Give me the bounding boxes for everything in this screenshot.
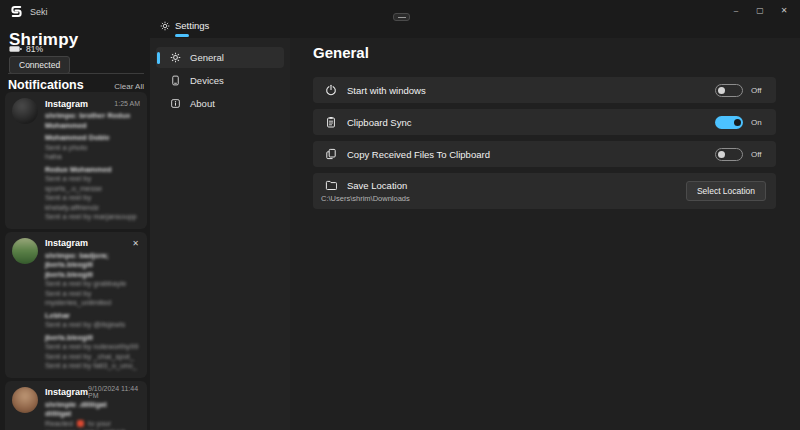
folder-icon [325, 179, 337, 191]
nav-item-label: General [190, 52, 224, 63]
notification-message-line: Sent a reel by @itsjewls [45, 320, 140, 330]
close-button[interactable]: ✕ [772, 1, 796, 19]
notification-card[interactable]: Instagram9/10/2024 11:44 PMshrimple .dil… [5, 381, 147, 430]
nav-item-label: About [190, 98, 215, 109]
reaction-emoji-icon [77, 420, 84, 427]
setting-label-group: Save LocationC:\Users\shrim\Downloads [321, 179, 686, 203]
toggle-copy-received-files[interactable] [715, 148, 743, 161]
notification-sender-line: Mohammed Doble [45, 133, 140, 143]
notification-sender-line: shrimpo: badjora; jberls.bleegill [45, 251, 140, 270]
notification-sender-line: dilliigat [45, 409, 140, 419]
notification-body: Instagram✕shrimpo: badjora; jberls.bleeg… [45, 238, 140, 371]
notification-message-line: Sent a reel by noteworthy99 [45, 342, 140, 352]
notification-list: Instagram1:25 AMshrimpo: brother Redux M… [5, 92, 147, 430]
notification-avatar [12, 238, 38, 264]
toggle-control: On [715, 116, 764, 129]
notification-top-row: Instagram✕shrimpo: badjora; jberls.bleeg… [12, 238, 140, 371]
notification-message-line: Sent a photo [45, 143, 140, 153]
setting-label: Start with windows [347, 85, 715, 96]
sidebar-item-about[interactable]: About [156, 93, 284, 114]
toggle-thumb [734, 119, 741, 126]
sidebar-item-devices[interactable]: Devices [156, 70, 284, 91]
tab-settings[interactable]: Settings [160, 20, 209, 31]
notification-sender-line: shrimple .dilliigat [45, 400, 140, 410]
notification-sender-line: shrimpo: brother Redux Mohammed [45, 111, 140, 130]
app-title: Seki [30, 7, 48, 17]
window-controls: – ▢ ✕ [724, 1, 796, 19]
toggle-control: Off [715, 84, 764, 97]
settings-nav-list: GeneralDevicesAbout [150, 38, 290, 125]
notification-sender-line: jberls.bleegill [45, 270, 140, 280]
notification-app-name: Instagram [45, 387, 88, 397]
notification-top-row: Instagram9/10/2024 11:44 PMshrimple .dil… [12, 387, 140, 430]
notification-message-line: Sent a reel by grabbayle [45, 279, 140, 289]
toggle-start-with-windows[interactable] [715, 84, 743, 97]
notification-message-line: Sent a reel by khelafy.affriendz [45, 193, 140, 212]
setting-row-save-location: Save LocationC:\Users\shrim\DownloadsSel… [313, 173, 776, 209]
setting-row-start-with-windows: Start with windowsOff [313, 77, 776, 103]
setting-label: Save Location [347, 180, 686, 191]
notification-header-row: Instagram1:25 AM [45, 98, 140, 109]
notification-timestamp: 9/10/2024 11:44 PM [88, 385, 140, 399]
minimize-button[interactable]: – [724, 1, 748, 19]
smartphone-icon [170, 75, 181, 86]
notification-sender-line: jberls.bleegill [45, 333, 140, 343]
notification-avatar [12, 98, 38, 124]
notification-sender-line: Redux Mohammed [45, 165, 140, 175]
notification-message-line: Sent a reel by marjansoupp [45, 212, 140, 222]
tab-active-indicator [175, 34, 189, 37]
setting-row-copy-received-files: Copy Received Files To ClipboardOff [313, 141, 776, 167]
battery-icon [9, 44, 22, 54]
battery-percent: 81% [26, 44, 43, 54]
notification-top-row: Instagram1:25 AMshrimpo: brother Redux M… [12, 98, 140, 222]
notification-avatar [12, 387, 38, 413]
battery-status: 81% [9, 44, 43, 54]
clear-all-button[interactable]: Clear All [114, 82, 144, 91]
app-identity: Seki [10, 5, 48, 18]
notification-sender-line: Lebhar [45, 311, 140, 321]
clipboard-icon [325, 116, 337, 128]
setting-label-row: Save Location [325, 179, 686, 191]
toggle-thumb [718, 151, 725, 158]
notifications-header: Notifications Clear All [8, 78, 144, 92]
toggle-state-label: Off [751, 86, 764, 95]
notification-card[interactable]: Instagram✕shrimpo: badjora; jberls.bleeg… [5, 232, 147, 378]
notification-app-name: Instagram [45, 99, 88, 109]
notification-close-icon[interactable]: ✕ [131, 239, 140, 248]
select-location-button[interactable]: Select Location [686, 181, 766, 201]
notification-header-row: Instagram9/10/2024 11:44 PM [45, 387, 140, 398]
notification-header-row: Instagram✕ [45, 238, 140, 249]
toggle-state-label: Off [751, 150, 764, 159]
connection-status-chip[interactable]: Connected [9, 56, 70, 74]
app-logo-icon [10, 5, 23, 18]
notification-body: Instagram1:25 AMshrimpo: brother Redux M… [45, 98, 140, 222]
toggle-clipboard-sync[interactable] [715, 116, 743, 129]
notification-timestamp: 1:25 AM [114, 100, 140, 107]
sidebar-divider [8, 73, 144, 74]
power-icon [325, 84, 337, 96]
notification-message-line: Sent a reel by sports_.o_messe [45, 174, 140, 193]
drag-pill-dash [398, 17, 406, 18]
info-icon [170, 98, 181, 109]
gear-icon [170, 52, 181, 63]
nav-item-label: Devices [190, 75, 224, 86]
gear-icon [160, 21, 170, 31]
copy-icon [325, 148, 337, 160]
notification-app-name: Instagram [45, 238, 88, 248]
toggle-control: Off [715, 148, 764, 161]
settings-nav-panel: GeneralDevicesAbout [150, 38, 290, 430]
save-location-path: C:\Users\shrim\Downloads [321, 194, 686, 203]
notification-body: Instagram9/10/2024 11:44 PMshrimple .dil… [45, 387, 140, 430]
settings-rows: Start with windowsOffClipboard SyncOnCop… [313, 77, 776, 215]
notification-message-line: Sent a reel by _chai_spot_ [45, 352, 140, 362]
sidebar-item-general[interactable]: General [156, 47, 284, 68]
notifications-title: Notifications [8, 78, 84, 92]
notification-message-line: Reacted to your message: I WILL WRAP YOU… [45, 419, 140, 430]
notification-message-line: haha [45, 152, 140, 162]
maximize-button[interactable]: ▢ [748, 1, 772, 19]
toggle-state-label: On [751, 118, 764, 127]
window-drag-pill[interactable] [393, 13, 410, 21]
setting-label: Clipboard Sync [347, 117, 715, 128]
notification-card[interactable]: Instagram1:25 AMshrimpo: brother Redux M… [5, 92, 147, 229]
device-sidebar: Shrimpy 81% Connected Notifications Clea… [0, 28, 150, 430]
